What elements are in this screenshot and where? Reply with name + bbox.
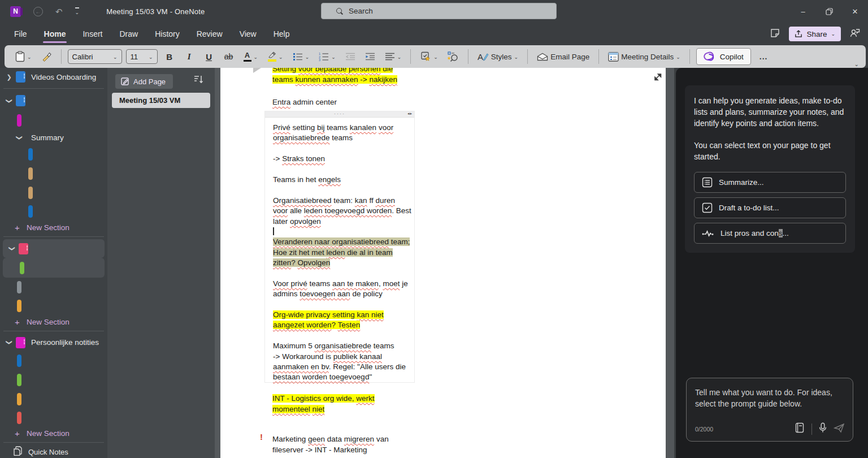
note-text-line[interactable] — [273, 227, 414, 237]
expand-page-icon[interactable] — [653, 72, 662, 84]
alignment-button[interactable]: ⌄ — [382, 50, 405, 63]
notebook-item[interactable]: ❯ — [3, 239, 105, 258]
highlight-button[interactable]: ⌄ — [264, 49, 286, 64]
note-text-line[interactable]: Teams in het engels — [273, 175, 414, 185]
ribbon-collapse-chevron-icon[interactable]: ⌄ — [854, 61, 859, 67]
numbered-list-button[interactable]: 123 ⌄ — [316, 50, 338, 63]
email-page-button[interactable]: Email Page — [534, 50, 592, 63]
note-text-line[interactable] — [273, 185, 414, 195]
panel-divider[interactable] — [215, 68, 220, 458]
copilot-suggestion-todo-list[interactable]: Draft a to-do list... — [694, 197, 846, 218]
section-item[interactable] — [0, 278, 107, 297]
ribbon-more-button[interactable]: ... — [755, 52, 772, 61]
notebook-item-videos-onboarding[interactable]: ❯Videos Onboarding — [0, 68, 107, 86]
note-text-line[interactable]: aanmaken en bv. Regel: "Alle users die — [273, 362, 414, 372]
note-text-line[interactable]: INT - Logistics org wide, werkt — [272, 394, 375, 404]
note-text-line[interactable]: organisatiebrede teams — [273, 133, 414, 143]
prompt-guide-icon[interactable] — [795, 422, 805, 435]
note-text-line[interactable]: Entra admin center — [272, 97, 337, 108]
section-item[interactable] — [3, 258, 105, 278]
share-button[interactable]: Share ⌄ — [789, 27, 841, 41]
note-paragraph[interactable]: Setting voor bepaalde personen dieteams … — [272, 68, 397, 85]
section-group-summary[interactable]: ❯Summary — [0, 130, 107, 145]
note-outline-container[interactable]: ···· ◂▸ Privé setting bij teams kanalen … — [264, 111, 415, 383]
navigate-back-icon[interactable]: ← — [33, 7, 43, 16]
notebook-chevron-icon[interactable]: ❯ — [6, 339, 13, 347]
menu-tab-view[interactable]: View — [233, 26, 263, 42]
note-text-line[interactable] — [273, 268, 414, 278]
note-text-line[interactable]: Org-wide privacy setting kan niet — [273, 310, 414, 320]
note-text-line[interactable]: Voor privé teams aan te maken, moet je — [273, 279, 414, 289]
section-item[interactable] — [0, 351, 107, 370]
notebook-item-persoonlijke-notities[interactable]: ❯Persoonlijke notities — [0, 334, 107, 351]
new-section-button[interactable]: +New Section — [0, 427, 107, 440]
new-section-button[interactable]: +New Section — [0, 315, 107, 329]
note-text-line[interactable]: Privé setting bij teams kanalen voor — [273, 123, 414, 133]
note-text-line[interactable]: Veranderen naar organisatiebreed team; — [273, 237, 414, 247]
note-text-line[interactable]: -> Straks tonen — [273, 154, 414, 164]
font-name-select[interactable]: Calibri ⌄ — [68, 49, 122, 64]
copilot-suggestion-pros-cons[interactable]: List pros and cons... — [694, 223, 846, 244]
note-text-line[interactable]: momenteel niet — [272, 404, 375, 415]
menu-tab-home[interactable]: Home — [38, 26, 72, 42]
copilot-prompt-input[interactable]: Tell me what you want to do. For ideas, … — [686, 378, 853, 442]
minimize-button[interactable]: – — [790, 0, 816, 23]
note-text-line[interactable]: Marketing geen data migreren van — [272, 434, 389, 445]
menu-tab-help[interactable]: Help — [267, 26, 296, 42]
section-item[interactable] — [0, 370, 107, 390]
menu-tab-insert[interactable]: Insert — [76, 26, 108, 42]
menu-tab-history[interactable]: History — [149, 26, 186, 42]
undo-icon[interactable]: ↶ — [55, 7, 63, 16]
note-text-line[interactable]: zitten? Opvolgen — [273, 258, 414, 268]
note-text-line[interactable]: Organisatiebreed team: kan ff duren — [273, 196, 414, 206]
quick-notes-button[interactable]: Quick Notes — [0, 445, 107, 458]
menu-tab-review[interactable]: Review — [190, 26, 229, 42]
styles-button[interactable]: A Styles ⌄ — [475, 50, 521, 64]
meeting-details-button[interactable]: Meeting Details ⌄ — [605, 49, 683, 64]
search-input[interactable]: Search — [321, 3, 557, 19]
strikethrough-button[interactable]: ab — [221, 50, 237, 63]
importance-tag[interactable]: ! — [260, 432, 263, 442]
bullet-list-button[interactable]: ⌄ — [290, 50, 313, 63]
todo-tag-button[interactable]: ⌄ — [417, 49, 441, 64]
notebook-chevron-icon[interactable]: ❯ — [8, 245, 16, 253]
page-item[interactable]: Meeting 15/03 VM — [112, 93, 210, 108]
add-page-button[interactable]: Add Page — [115, 74, 173, 89]
canvas-scrollbar[interactable] — [666, 68, 676, 458]
paragraph-handle-icon[interactable] — [253, 68, 261, 73]
find-tags-button[interactable] — [445, 49, 462, 64]
decrease-indent-button[interactable] — [342, 50, 358, 63]
notebook-chevron-icon[interactable]: ❯ — [5, 74, 13, 81]
format-painter-button[interactable] — [38, 49, 55, 64]
increase-indent-button[interactable] — [362, 50, 378, 63]
restore-button[interactable] — [816, 0, 842, 23]
copilot-button[interactable]: Copilot — [696, 48, 751, 65]
note-text-line[interactable]: bestaan worden toegevoegd" — [273, 372, 414, 382]
note-paragraph[interactable]: Entra admin center — [272, 97, 337, 108]
menu-tab-draw[interactable]: Draw — [113, 26, 144, 42]
paste-button[interactable]: ⌄ — [12, 49, 34, 64]
note-canvas[interactable]: Setting voor bepaalde personen dieteams … — [220, 68, 666, 458]
bold-button[interactable]: B — [162, 50, 177, 64]
side-note-icon[interactable] — [770, 28, 780, 40]
section-item[interactable] — [0, 183, 107, 202]
font-color-button[interactable]: A ⌄ — [241, 49, 261, 64]
copilot-suggestion-summarize[interactable]: Summarize... — [694, 172, 846, 193]
quick-access-toolbar-chevron-icon[interactable]: ⌄ — [75, 7, 80, 15]
note-text-line[interactable]: Hoe zit het met leden die al in team — [273, 248, 414, 258]
note-text-line[interactable]: Maximum 5 organisatiebrede teams — [273, 341, 414, 351]
note-text-line[interactable]: admins toevoegen aan de policy — [273, 289, 414, 299]
note-text-line[interactable]: teams kunnen aanmaken -> nakijken — [272, 75, 397, 85]
outline-move-handle[interactable]: ···· ◂▸ — [265, 111, 414, 118]
note-text-line[interactable]: fileserver -> INT - Marketing — [272, 445, 389, 456]
underline-button[interactable]: U — [201, 50, 217, 64]
new-section-button[interactable]: +New Section — [0, 221, 107, 234]
feedback-icon[interactable] — [850, 28, 860, 40]
note-text-line[interactable]: aangezet worden? Testen — [273, 320, 414, 330]
close-button[interactable]: ✕ — [842, 0, 868, 23]
menu-tab-file[interactable]: File — [8, 26, 33, 42]
notebook-item[interactable]: ❯ — [0, 91, 107, 110]
sort-pages-icon[interactable] — [194, 75, 203, 86]
note-text-line[interactable] — [273, 331, 414, 341]
section-item[interactable] — [0, 409, 107, 427]
